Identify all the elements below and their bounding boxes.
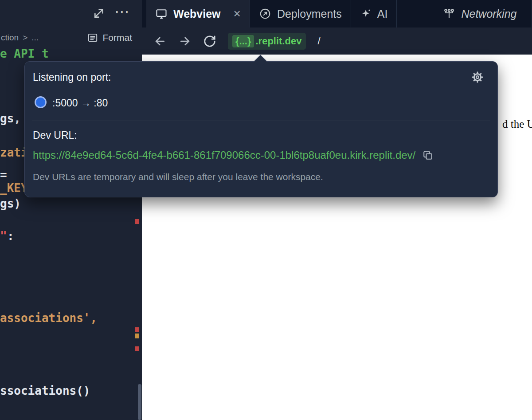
ai-icon: [360, 8, 372, 20]
code-fragment: =: [0, 168, 7, 181]
editor-scrollbar[interactable]: [138, 384, 141, 420]
code-fragment: gs): [0, 197, 21, 210]
forward-icon[interactable]: [178, 35, 192, 48]
domain-text: .replit.dev: [255, 35, 301, 47]
tab-webview[interactable]: Webview ×: [146, 0, 250, 27]
back-icon[interactable]: [153, 35, 167, 48]
code-fragment: _KEY: [0, 181, 28, 195]
port-status-dot: [35, 96, 47, 108]
tab-label: Networking: [461, 8, 516, 20]
code-fragment: e API t: [0, 47, 49, 60]
dev-url-row: https://84e9ed64-5c6d-4fe4-b661-861f7090…: [33, 149, 434, 161]
gear-icon: [471, 71, 484, 84]
networking-icon: [443, 8, 455, 20]
code-fragment: associations',: [0, 311, 97, 325]
tab-networking[interactable]: Networking: [432, 0, 532, 27]
breadcrumb-trail: ction: [1, 33, 19, 43]
settings-button[interactable]: [471, 71, 484, 86]
dev-url-label: Dev URL:: [33, 130, 77, 141]
collapsed-domain-badge[interactable]: {...}: [232, 35, 254, 47]
divider: [32, 121, 490, 121]
copy-icon: [422, 149, 434, 161]
expand-icon: [92, 6, 106, 20]
deployments-icon: [259, 8, 271, 20]
tab-ai[interactable]: AI: [351, 0, 397, 27]
copy-url-button[interactable]: [422, 149, 434, 161]
more-options-icon[interactable]: ⋯: [114, 2, 130, 21]
tab-label: AI: [377, 8, 388, 20]
close-tab-icon[interactable]: ×: [234, 8, 241, 20]
browser-toolbar: {...} .replit.dev /: [142, 27, 532, 55]
tab-label: Webview: [173, 8, 221, 20]
code-fragment: ": [0, 229, 7, 243]
dev-url-note: Dev URLs are temporary and will sleep af…: [33, 172, 323, 182]
address-bar[interactable]: {...} .replit.dev: [228, 33, 306, 50]
dev-url-link[interactable]: https://84e9ed64-5c6d-4fe4-b661-861f7090…: [33, 149, 415, 161]
tab-label: Deployments: [277, 8, 342, 20]
code-fragment: zati: [0, 146, 28, 159]
expand-pane-button[interactable]: [92, 6, 106, 20]
tab-bar: Webview × Deployments AI: [142, 0, 532, 27]
format-label: Format: [102, 32, 132, 43]
port-mapping: :5000 → :80: [52, 97, 108, 109]
overview-ruler-mark: [135, 219, 139, 224]
refresh-icon[interactable]: [203, 35, 216, 48]
overview-ruler-mark: [135, 346, 139, 351]
tab-deployments[interactable]: Deployments: [250, 0, 351, 27]
page-text-fragment: d the U: [502, 118, 532, 130]
monitor-icon: [155, 8, 168, 20]
breadcrumb-collapsed[interactable]: ...: [31, 33, 39, 43]
code-fragment: :: [7, 229, 14, 243]
code-fragment: ssociations(): [0, 384, 90, 397]
url-path: /: [317, 35, 320, 47]
format-icon: [87, 32, 98, 43]
listening-label: Listening on port:: [33, 71, 111, 83]
port-popover: Listening on port: :5000 → :80 Dev URL: …: [24, 61, 498, 197]
breadcrumb[interactable]: ction > ...: [1, 33, 39, 43]
overview-ruler-mark: [135, 334, 139, 338]
overview-ruler-mark: [135, 327, 139, 332]
breadcrumb-separator-icon: >: [23, 33, 27, 43]
code-fragment: gs,: [0, 112, 21, 125]
format-button[interactable]: Format: [87, 32, 132, 43]
